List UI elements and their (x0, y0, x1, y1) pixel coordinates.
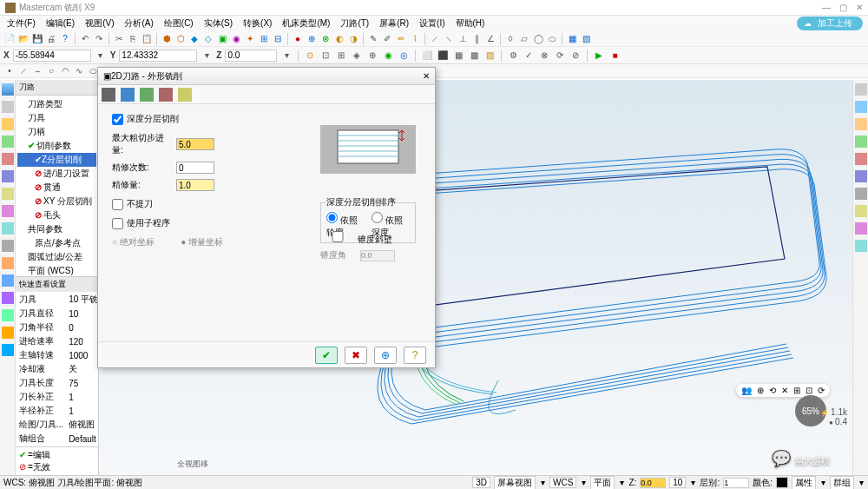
status-groups[interactable]: 群组 (830, 476, 854, 490)
tree-item[interactable]: 平面 (WCS) (17, 264, 96, 276)
tree-item[interactable]: 圆弧过滤/公差 (17, 250, 96, 264)
x-input[interactable] (13, 50, 91, 62)
float-icon[interactable]: ✕ (781, 386, 788, 395)
rtool-icon[interactable] (855, 101, 867, 113)
z-input[interactable] (225, 50, 277, 62)
tool-icon[interactable]: ∥ (470, 33, 483, 45)
geom-icon[interactable]: ∿ (73, 65, 85, 77)
misc-icon[interactable]: ▶ (593, 50, 605, 62)
redo-icon[interactable]: ↷ (93, 33, 105, 45)
tree-item[interactable]: ⊘XY 分层切削 (17, 195, 96, 208)
view-icon[interactable]: ▨ (483, 50, 496, 62)
ltool-icon[interactable] (2, 135, 14, 148)
status-screenview[interactable]: 屏幕视图 (494, 476, 536, 490)
dtool-icon[interactable] (121, 88, 135, 102)
view-icon[interactable]: ▦ (452, 50, 464, 62)
tree-item[interactable]: ⊘贯通 (17, 181, 96, 195)
open-icon[interactable]: 📂 (17, 33, 30, 45)
finish-amount-input[interactable] (176, 179, 214, 191)
geom-icon[interactable]: • (3, 65, 16, 77)
tree-item[interactable]: ⊘进/退刀设置 (17, 167, 96, 181)
finish-count-input[interactable] (176, 162, 214, 174)
ltool-icon[interactable] (2, 222, 14, 235)
tree-item[interactable]: 共同参数 (17, 222, 96, 236)
paste-icon[interactable]: 📋 (141, 33, 153, 45)
dialog-close-icon[interactable]: ✕ (423, 71, 430, 81)
max-step-input[interactable] (176, 138, 214, 150)
tree-item[interactable]: 刀柄 (17, 125, 96, 139)
status-layer-input[interactable] (723, 478, 749, 488)
misc-icon[interactable]: ✓ (523, 50, 535, 62)
print-icon[interactable]: 🖨 (45, 33, 57, 45)
menu-toolpath[interactable]: 刀路(T) (337, 17, 372, 30)
menu-file[interactable]: 文件(F) (3, 17, 39, 30)
rtool-icon[interactable] (855, 153, 867, 165)
rtool-icon[interactable] (855, 240, 867, 252)
ltool-icon[interactable] (2, 309, 14, 321)
ltool-icon[interactable] (2, 205, 14, 217)
status-z-input[interactable] (640, 478, 666, 488)
dropdown-icon[interactable]: ▾ (95, 50, 107, 62)
rtool-icon[interactable] (855, 170, 867, 182)
depth-cuts-checkbox[interactable]: 深度分层切削 (112, 113, 421, 125)
new-icon[interactable]: 📄 (3, 33, 16, 45)
rtool-icon[interactable] (855, 118, 867, 130)
snap-icon[interactable]: ◈ (351, 50, 363, 62)
undo-icon[interactable]: ↶ (79, 33, 91, 45)
menu-settings[interactable]: 设置(I) (416, 17, 448, 30)
ltool-icon[interactable] (2, 170, 14, 182)
menu-screen[interactable]: 屏幕(R) (376, 17, 412, 30)
regenerate-button[interactable]: ⊕ (374, 347, 397, 364)
tree-item[interactable]: 刀具 (17, 111, 96, 125)
geom-icon[interactable]: ◠ (59, 65, 71, 77)
tool-icon[interactable]: ▣ (216, 33, 228, 45)
float-icon[interactable]: 👥 (741, 386, 752, 395)
menu-transform[interactable]: 转换(X) (240, 17, 275, 30)
tool-icon[interactable]: ⬢ (161, 33, 173, 45)
misc-icon[interactable]: ⚙ (507, 50, 519, 62)
cloud-upload-button[interactable]: ☁ 加工上传 (797, 17, 863, 30)
tool-icon[interactable]: ◆ (188, 33, 201, 45)
help-icon[interactable]: ? (59, 33, 71, 45)
depth-cuts-check[interactable] (112, 114, 123, 125)
view-icon[interactable]: ⬜ (421, 50, 433, 62)
snap-icon[interactable]: ⊙ (304, 50, 316, 62)
tool-icon[interactable]: ◯ (532, 33, 544, 45)
misc-icon[interactable]: ⟳ (554, 50, 566, 62)
menu-machine[interactable]: 机床类型(M) (279, 17, 333, 30)
geom-icon[interactable]: ○ (45, 65, 57, 77)
menu-analyze[interactable]: 分析(A) (121, 17, 156, 30)
help-button[interactable]: ? (404, 347, 426, 364)
tool-icon[interactable]: ⟋ (429, 33, 441, 45)
tool-icon[interactable]: ⊗ (319, 33, 332, 45)
dtool-icon[interactable] (159, 88, 173, 102)
taper-checkbox[interactable]: 锥度斜壁 (320, 235, 392, 244)
misc-icon[interactable]: ⊗ (538, 50, 550, 62)
tool-icon[interactable]: ▱ (518, 33, 530, 45)
ltool-icon[interactable] (2, 274, 14, 287)
maximize-icon[interactable]: ▢ (839, 3, 847, 12)
rtool-icon[interactable] (855, 83, 867, 96)
ltool-icon[interactable] (2, 240, 14, 252)
tool-icon[interactable]: ✐ (381, 33, 393, 45)
tool-icon[interactable]: ⊥ (457, 33, 469, 45)
minimize-icon[interactable]: — (822, 3, 831, 12)
ltool-icon[interactable] (2, 83, 14, 96)
view-icon[interactable]: ⬛ (437, 50, 449, 62)
dtool-icon[interactable] (140, 88, 154, 102)
tool-icon[interactable]: ⌇ (409, 33, 421, 45)
menu-help[interactable]: 帮助(H) (452, 17, 489, 30)
tree-item[interactable]: 刀路类型 (17, 97, 96, 111)
menu-edit[interactable]: 编辑(E) (43, 17, 78, 30)
tree-item[interactable]: ⊘毛头 (17, 208, 96, 222)
tree-item-selected[interactable]: ✔Z分层切削 (17, 153, 96, 167)
view-icon[interactable]: ▩ (468, 50, 480, 62)
menu-view[interactable]: 视图(V) (82, 17, 117, 30)
tool-icon[interactable]: ⟍ (443, 33, 455, 45)
status-plane[interactable]: 平面 (590, 476, 615, 490)
misc-icon[interactable]: ⊘ (569, 50, 582, 62)
ltool-icon[interactable] (2, 292, 14, 304)
misc-icon[interactable]: ■ (608, 50, 621, 62)
tool-icon[interactable]: ∠ (484, 33, 496, 45)
snap-icon[interactable]: ⊡ (319, 50, 332, 62)
